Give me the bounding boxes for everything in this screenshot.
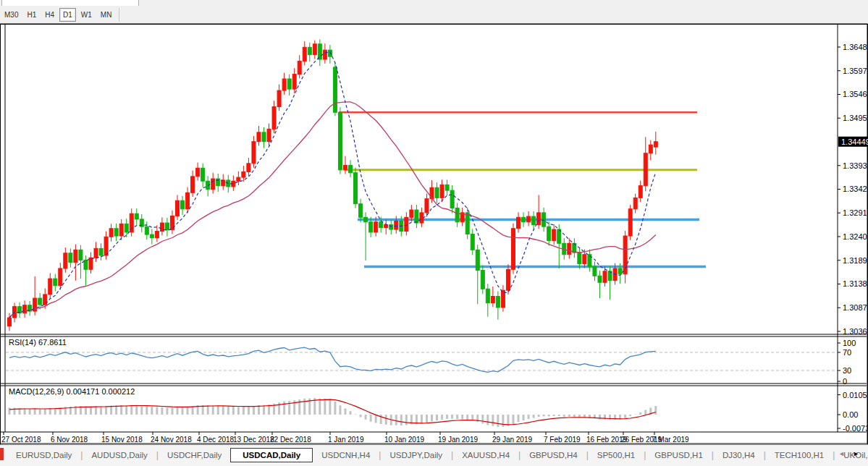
candle-down xyxy=(496,297,500,308)
candle-down xyxy=(38,298,42,305)
tab-scroll-left-icon[interactable]: ◄ xyxy=(838,450,845,457)
candle-up xyxy=(654,142,657,147)
candle-up xyxy=(94,248,98,258)
candle-up xyxy=(104,237,108,255)
candle-up xyxy=(491,297,494,303)
candle-up xyxy=(257,132,261,142)
candle-down xyxy=(465,213,469,234)
price-axis-label: 1.36485 xyxy=(843,43,868,51)
candle-up xyxy=(511,229,515,270)
date-axis-label: 22 Dec 2018 xyxy=(270,436,311,444)
chart-window-background xyxy=(1,25,867,443)
tab-gbpusd-h4[interactable]: GBPUSD,H4 xyxy=(521,449,586,461)
candle-down xyxy=(181,200,185,209)
candle-up xyxy=(272,107,276,130)
tab-tech100-h1[interactable]: TECH100,H1 xyxy=(766,449,833,461)
tab-audusd-daily[interactable]: AUDUSD,Daily xyxy=(83,449,156,461)
candle-up xyxy=(191,177,195,192)
price-axis-label: 1.31385 xyxy=(843,279,868,288)
candle-down xyxy=(354,173,358,204)
candle-down xyxy=(369,222,373,232)
candle-up xyxy=(175,200,179,216)
price-axis-label: 1.35975 xyxy=(843,67,868,75)
tabbar-left-edge-marker xyxy=(0,448,4,460)
date-axis-label: 19 Jan 2019 xyxy=(438,436,478,444)
candle-up xyxy=(119,224,123,236)
price-axis-label: 1.32915 xyxy=(843,208,868,217)
candle-up xyxy=(440,185,444,198)
candle-up xyxy=(109,229,113,237)
symbol-tab-bar: EURUSD,Daily|AUDUSD,Daily|USDCHF,DailyUS… xyxy=(0,444,868,466)
candle-up xyxy=(242,171,245,177)
tab-usdcad-daily[interactable]: USDCAD,Daily xyxy=(230,448,313,462)
candle-down xyxy=(450,190,454,208)
candle-down xyxy=(547,226,551,240)
candle-down xyxy=(455,208,459,222)
tab-xauusd-h4[interactable]: XAUUSD,H4 xyxy=(453,449,518,461)
price-axis-label: 1.31895 xyxy=(843,256,868,265)
rsi-axis-label: 0 xyxy=(843,377,847,386)
candle-up xyxy=(89,258,93,269)
date-axis-label: 24 Nov 2018 xyxy=(151,436,192,444)
tab-usdjpy-daily[interactable]: USDJPY,Daily xyxy=(381,449,451,461)
tab-eurusd-daily[interactable]: EURUSD,Daily xyxy=(7,449,80,461)
candle-down xyxy=(471,234,474,250)
candle-down xyxy=(318,44,321,59)
candle-up xyxy=(313,44,316,55)
rsi-axis-label: 100 xyxy=(843,339,856,347)
candle-down xyxy=(338,112,342,170)
tab-usdcnh-h4[interactable]: USDCNH,H4 xyxy=(313,449,379,461)
candle-up xyxy=(298,62,301,75)
candle-up xyxy=(568,243,571,254)
candle-down xyxy=(69,253,72,263)
candle-down xyxy=(227,180,230,187)
tab-gbpusd-h1[interactable]: GBPUSD,H1 xyxy=(646,449,711,461)
tab-sp500-h1[interactable]: SP500,H1 xyxy=(589,449,644,461)
candle-up xyxy=(644,153,647,186)
price-axis-label: 1.33935 xyxy=(843,161,868,170)
candle-up xyxy=(186,192,190,208)
macd-axis-label: 0.00 xyxy=(843,410,858,419)
date-axis-label: 29 Jan 2019 xyxy=(492,436,532,444)
candle-down xyxy=(522,217,526,221)
candle-up xyxy=(405,217,408,231)
candle-down xyxy=(328,50,332,56)
tab-dj30-h4[interactable]: DJ30,H4 xyxy=(714,449,764,461)
candle-up xyxy=(237,177,240,181)
price-axis-label: 1.32405 xyxy=(843,232,868,241)
candle-down xyxy=(114,229,118,236)
price-axis-label: 1.35465 xyxy=(843,90,868,98)
candle-up xyxy=(374,222,378,232)
candle-down xyxy=(435,187,439,198)
candle-up xyxy=(277,90,281,106)
date-axis-label: 15 Nov 2018 xyxy=(101,436,143,444)
tab-scroll-right-icon[interactable]: ► xyxy=(853,450,859,457)
candle-up xyxy=(506,269,510,290)
chart-surface[interactable]: 1.364851.359751.354651.349551.344491.339… xyxy=(0,0,868,466)
candle-up xyxy=(211,179,215,190)
candle-down xyxy=(557,229,561,243)
candle-down xyxy=(287,79,291,89)
candle-up xyxy=(410,210,413,217)
candle-up xyxy=(267,129,271,141)
tab-strip: EURUSD,Daily|AUDUSD,Daily|USDCHF,DailyUS… xyxy=(7,447,839,463)
candle-down xyxy=(481,271,484,289)
candle-down xyxy=(349,165,353,172)
date-axis-label: 27 Oct 2018 xyxy=(1,436,41,444)
candle-down xyxy=(598,276,602,282)
price-axis-label: 1.30365 xyxy=(843,327,868,336)
candle-down xyxy=(54,279,57,286)
candle-down xyxy=(135,213,138,219)
candle-down xyxy=(165,223,169,230)
candle-up xyxy=(160,223,164,232)
candle-up xyxy=(49,279,52,295)
candle-up xyxy=(649,145,652,153)
candle-down xyxy=(618,268,622,274)
tab-usdchf-daily[interactable]: USDCHF,Daily xyxy=(159,449,230,461)
candle-up xyxy=(552,229,556,240)
rsi-label: RSI(14) 67.8611 xyxy=(9,338,67,347)
candle-up xyxy=(323,50,326,59)
candle-up xyxy=(130,213,133,232)
candle-up xyxy=(527,216,531,222)
candle-down xyxy=(486,289,489,302)
